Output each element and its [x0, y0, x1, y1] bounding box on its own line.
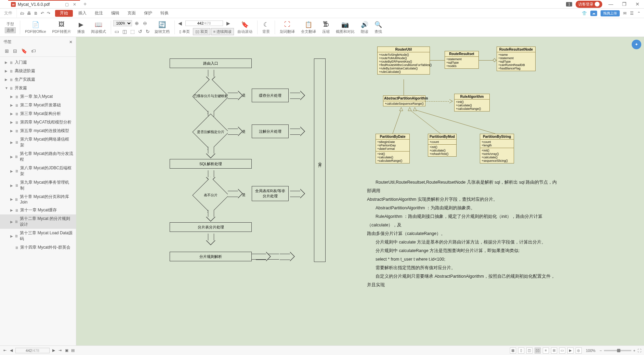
view-mode-5[interactable]: ≡ — [543, 347, 549, 354]
tree-toggle-icon[interactable]: ▶ — [10, 208, 14, 212]
tree-item[interactable]: ▶🗎第五章 mycat的连接池模型 — [0, 127, 76, 135]
approve-tab[interactable]: 批注 — [91, 9, 107, 18]
notification-badge[interactable]: 1 — [566, 2, 572, 6]
tab-close-icon[interactable]: ✕ — [72, 2, 77, 7]
tree-toggle-icon[interactable]: ▶ — [10, 220, 13, 224]
continuous-button[interactable]: ≡连续阅读 — [211, 28, 234, 35]
zoom-out-icon[interactable]: ⊖ — [142, 20, 148, 27]
tree-toggle-icon[interactable]: ▶ — [10, 169, 14, 173]
tree-item[interactable]: ▶🗎第十章 Mycat的分页和跨库Join — [0, 193, 76, 206]
upload-tag[interactable]: 拖拽上传 — [601, 10, 620, 16]
tree-toggle-icon[interactable]: ▶ — [10, 155, 13, 159]
bookmark-add-icon[interactable]: 🏷 — [31, 48, 36, 54]
tree-item[interactable]: ▶🗎第十二章 Mycat 的分片规则设计 — [0, 214, 76, 229]
first-page-button[interactable]: ⇤ — [3, 348, 7, 353]
status-page-input[interactable]: 442/478 — [15, 348, 50, 353]
prev-page-icon[interactable]: ◀ — [177, 20, 183, 27]
background-button[interactable]: ☾背景 — [260, 21, 273, 34]
collapse-ribbon-icon[interactable]: ⌃ — [637, 11, 641, 16]
tree-item[interactable]: ▼🗎开发篇 — [0, 84, 76, 92]
ai-float-button[interactable]: ✦ — [632, 40, 641, 49]
zoom-display[interactable]: 100% — [584, 349, 597, 353]
full-translate-button[interactable]: 📋全文翻译 — [298, 21, 319, 34]
tab-restore-icon[interactable]: ▢ — [64, 2, 70, 7]
zoom-in-icon[interactable]: ⊕ — [133, 20, 140, 27]
next-page-button[interactable]: ▶ — [52, 348, 56, 353]
rotate-right-icon[interactable]: ↻ — [144, 28, 151, 35]
tree-toggle-icon[interactable]: ▶ — [10, 95, 14, 98]
tree-toggle-icon[interactable]: ▼ — [5, 86, 8, 90]
redo-icon[interactable]: ↷ — [47, 11, 50, 16]
page-input[interactable]: 442/478 — [185, 21, 223, 26]
compress-button[interactable]: 🗜压缩 — [319, 21, 332, 34]
tree-item[interactable]: ▶🗎第二章 Mycat开发基础 — [0, 101, 76, 109]
actual-size-icon[interactable]: ⬚ — [129, 28, 136, 35]
tree-toggle-icon[interactable]: ▶ — [10, 112, 14, 116]
tree-toggle-icon[interactable]: ▶ — [10, 103, 14, 107]
fit-page-icon[interactable]: ◫ — [121, 28, 128, 35]
tree-item[interactable]: ▶🗎第十一章 Mycat缓存 — [0, 206, 76, 214]
tree-item[interactable]: ▶🗎第八章 Mycat的JDBC后端框架 — [0, 164, 76, 178]
document-tab[interactable]: W Mycat_V1.6.0.pdf ▢ ✕ — [8, 0, 80, 8]
play-button[interactable]: ▶播放 — [75, 21, 88, 34]
cloud-sync-icon[interactable]: ☁ — [590, 11, 597, 16]
maximize-button[interactable]: ❐ — [619, 1, 629, 7]
tree-item[interactable]: ▶🗎第六章 Mycat的网络通信框架 — [0, 135, 76, 149]
sidebar-toggle-icon[interactable]: ▣ — [65, 348, 68, 353]
tree-item[interactable]: ▶🗎第一章 加入Mycat — [0, 92, 76, 101]
save-icon[interactable]: 🗎 — [34, 11, 38, 16]
tree-item[interactable]: 🗎第十四章 Mycat外传-群英会 — [0, 243, 76, 252]
view-mode-6[interactable]: ⊞ — [551, 347, 557, 354]
bookmark-icon[interactable]: 🔖 — [21, 48, 27, 54]
tree-item[interactable]: ▶🗎入门篇 — [0, 58, 76, 67]
tree-toggle-icon[interactable]: ▶ — [10, 120, 14, 124]
close-window-button[interactable]: ✕ — [633, 1, 642, 7]
menu-more-icon[interactable]: ☰ — [630, 11, 634, 16]
compare-button[interactable]: 📷截图和对比 — [333, 21, 357, 34]
zoom-out-button[interactable]: − — [600, 349, 602, 353]
find-button[interactable]: 🔍查找 — [372, 21, 385, 34]
rotate-doc-button[interactable]: 🔄旋转文档 — [152, 21, 172, 34]
undo-icon[interactable]: ↶ — [41, 11, 44, 16]
tree-toggle-icon[interactable]: ▶ — [10, 129, 14, 133]
collapse-all-icon[interactable]: ⊟ — [13, 48, 17, 54]
last-page-button[interactable]: ⇥ — [58, 348, 62, 353]
view-mode-9[interactable]: ◎ — [576, 347, 582, 354]
fit-width-icon[interactable]: ▭ — [113, 28, 120, 35]
next-page-icon[interactable]: ▶ — [225, 20, 232, 27]
tree-item[interactable]: ▶🗎第九章 Mycat的事务管理机制 — [0, 178, 76, 193]
sidebar-close-icon[interactable]: ✕ — [69, 40, 73, 44]
start-tab[interactable]: 开始 — [55, 10, 73, 17]
tree-toggle-icon[interactable]: ▶ — [10, 184, 14, 187]
protect-tab[interactable]: 保护 — [140, 9, 156, 18]
zoom-select[interactable]: 100% — [113, 20, 132, 26]
tree-item[interactable]: ▶🗎第七章 Mycat的路由与分发流程 — [0, 149, 76, 164]
view-mode-8[interactable]: ▶ — [567, 347, 574, 354]
tree-item[interactable]: ▶🗎第三章 Mycat架构分析 — [0, 109, 76, 118]
pdf-to-image-button[interactable]: 🖼PDF转图片 — [50, 21, 74, 34]
bookmark-nav-button[interactable]: 🔖自动滚动 — [235, 21, 255, 34]
edit-tab[interactable]: 编辑 — [107, 9, 123, 18]
new-tab-button[interactable]: + — [80, 1, 90, 7]
login-button[interactable]: 访客登录 — [576, 1, 602, 8]
read-aloud-button[interactable]: 🔊朗读 — [358, 21, 371, 34]
tree-toggle-icon[interactable]: ▶ — [5, 69, 8, 73]
insert-tab[interactable]: 插入 — [74, 9, 91, 18]
skin-icon[interactable]: 👕 — [582, 11, 587, 16]
view-mode-4[interactable]: ▯▯ — [535, 347, 541, 354]
view-mode-2[interactable]: ▯ — [518, 347, 524, 354]
comment-toggle-icon[interactable]: ▤ — [71, 348, 75, 353]
tree-item[interactable]: ▶🗎生产实践篇 — [0, 75, 76, 84]
hand-label[interactable]: 手型 — [6, 22, 14, 27]
page-tab[interactable]: 页面 — [123, 9, 140, 18]
prev-page-button[interactable]: ◀ — [9, 348, 13, 353]
tree-toggle-icon[interactable]: ▶ — [10, 234, 13, 238]
double-page-button[interactable]: ▯▯双页 — [193, 28, 210, 35]
zoom-slider[interactable] — [604, 350, 631, 351]
expand-all-icon[interactable]: ⊞ — [5, 48, 9, 54]
tree-item[interactable]: ▶🗎第四章 MyCAT线程模型分析 — [0, 118, 76, 127]
file-menu[interactable]: 文件 — [0, 9, 17, 18]
tree-item[interactable]: ▶🗎第十三章 Mycat Load Data源码 — [0, 229, 76, 243]
zoom-in-button[interactable]: + — [633, 349, 635, 353]
open-icon[interactable]: 🗁 — [20, 11, 24, 16]
